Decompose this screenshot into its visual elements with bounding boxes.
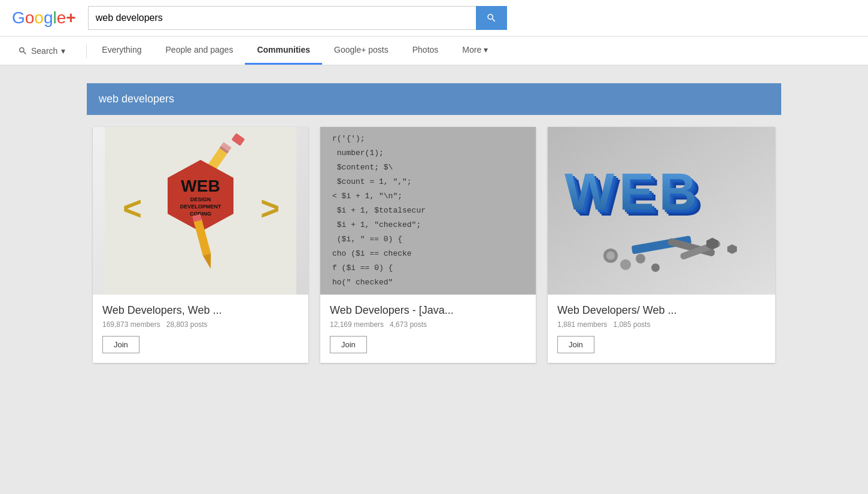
nav-search[interactable]: Search ▾ xyxy=(12,37,71,65)
tab-people[interactable]: People and pages xyxy=(154,37,245,65)
svg-text:WEB: WEB xyxy=(181,177,220,195)
card-posts-2: 4,673 posts xyxy=(390,320,427,329)
logo-e: e xyxy=(57,8,66,27)
card-image-3: WEB WEB WEB WEB xyxy=(548,127,775,295)
card-meta-1: 169,873 members 28,803 posts xyxy=(102,320,299,329)
card-posts-3: 1,085 posts xyxy=(613,320,650,329)
nav-bar: Search ▾ Everything People and pages Com… xyxy=(0,37,868,65)
code-text: r('{'); number(1); $content; $\ $count =… xyxy=(332,132,426,290)
section-title: web developers xyxy=(99,93,174,105)
header: Google+ xyxy=(0,0,868,37)
logo-o1: o xyxy=(25,8,35,27)
cards-container: < > xyxy=(87,115,781,375)
tab-communities[interactable]: Communities xyxy=(245,37,322,65)
tab-more[interactable]: More ▾ xyxy=(450,37,500,65)
tab-more-label: More xyxy=(462,45,481,54)
more-chevron-icon: ▾ xyxy=(484,45,488,54)
tab-posts[interactable]: Google+ posts xyxy=(322,37,400,65)
card-body-3: Web Developers/ Web ... 1,881 members 1,… xyxy=(548,295,775,363)
svg-text:>: > xyxy=(260,190,280,227)
logo-g2: g xyxy=(44,8,53,27)
main-content: web developers < > xyxy=(75,83,793,375)
divider xyxy=(86,44,87,58)
nav-tabs: Everything People and pages Communities … xyxy=(90,37,500,65)
logo-o2: o xyxy=(34,8,44,27)
svg-text:DEVELOPMENT: DEVELOPMENT xyxy=(180,204,221,210)
card-title-2: Web Developers - [Java... xyxy=(330,304,526,317)
community-card-1: < > xyxy=(93,127,308,363)
card-members-2: 12,169 members xyxy=(330,320,384,329)
join-button-3[interactable]: Join xyxy=(557,336,594,353)
svg-point-26 xyxy=(636,254,645,263)
nav-search-icon xyxy=(18,46,28,56)
card-meta-3: 1,881 members 1,085 posts xyxy=(557,320,766,329)
card-title-3: Web Developers/ Web ... xyxy=(557,304,766,317)
svg-point-25 xyxy=(620,259,631,270)
community-card-2: r('{'); number(1); $content; $\ $count =… xyxy=(320,127,536,363)
nav-search-label: Search xyxy=(31,46,57,56)
card-members-3: 1,881 members xyxy=(557,320,607,329)
card-title-1: Web Developers, Web ... xyxy=(102,304,299,317)
search-input[interactable] xyxy=(88,6,476,30)
community-card-3: WEB WEB WEB WEB xyxy=(548,127,775,363)
card-badge-svg: < > xyxy=(105,127,296,295)
logo: Google+ xyxy=(12,8,76,28)
svg-text:WEB: WEB xyxy=(564,162,702,221)
card-meta-2: 12,169 members 4,673 posts xyxy=(330,320,526,329)
tab-everything[interactable]: Everything xyxy=(90,37,153,65)
code-display: r('{'); number(1); $content; $\ $count =… xyxy=(320,127,536,295)
join-button-2[interactable]: Join xyxy=(330,336,367,353)
svg-text:<: < xyxy=(123,190,142,227)
search-icon xyxy=(486,13,497,23)
card-body-2: Web Developers - [Java... 12,169 members… xyxy=(320,295,536,363)
svg-point-24 xyxy=(606,251,615,260)
card-image-2: r('{'); number(1); $content; $\ $count =… xyxy=(320,127,536,295)
svg-point-27 xyxy=(651,263,660,272)
search-bar xyxy=(88,6,507,30)
card-image-1: < > xyxy=(93,127,308,295)
card-body-1: Web Developers, Web ... 169,873 members … xyxy=(93,295,308,363)
search-button[interactable] xyxy=(476,6,507,30)
logo-plus: + xyxy=(66,8,75,27)
nav-search-chevron: ▾ xyxy=(61,46,65,56)
join-button-1[interactable]: Join xyxy=(102,336,139,353)
card-posts-1: 28,803 posts xyxy=(166,320,208,329)
logo-g: G xyxy=(12,8,25,27)
section-header: web developers xyxy=(87,83,781,115)
svg-text:DESIGN: DESIGN xyxy=(190,196,211,202)
card-members-1: 169,873 members xyxy=(102,320,160,329)
tab-photos[interactable]: Photos xyxy=(400,37,451,65)
card-web3d-svg: WEB WEB WEB WEB xyxy=(548,127,775,295)
